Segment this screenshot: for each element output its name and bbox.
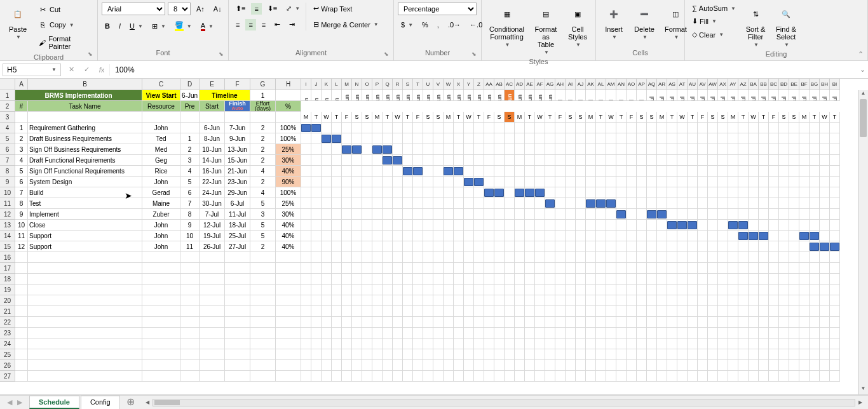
cell[interactable] [677,274,688,285]
cell[interactable] [647,166,657,177]
cell[interactable] [677,155,688,166]
cell[interactable]: S [637,112,647,123]
cell[interactable]: 20-Jun [444,90,454,101]
cell[interactable]: Med [142,144,180,155]
cell[interactable] [322,231,332,241]
cell[interactable] [789,123,799,133]
cell[interactable] [657,295,667,306]
cell[interactable] [779,349,789,360]
cell[interactable] [484,209,494,220]
cell[interactable] [250,295,276,306]
cell[interactable] [535,328,545,339]
cell[interactable] [28,285,142,295]
cell[interactable] [311,360,322,371]
cell[interactable] [759,166,769,177]
cell[interactable] [718,285,728,295]
cell[interactable] [698,187,708,198]
cell[interactable] [505,220,515,231]
cell[interactable] [383,187,393,198]
column-header[interactable]: AY [728,79,738,90]
cell[interactable] [505,187,515,198]
cell[interactable]: 21-Jul [759,90,769,101]
cell[interactable] [403,349,413,360]
cell[interactable] [545,144,555,155]
cell[interactable] [505,133,515,144]
cell[interactable] [545,241,555,252]
column-header[interactable]: BE [789,79,799,90]
cell[interactable] [525,187,535,198]
cell[interactable] [596,349,606,360]
cell[interactable] [200,328,225,339]
cell[interactable] [616,144,627,155]
cell[interactable] [433,328,444,339]
cell[interactable] [311,220,322,231]
cell[interactable] [606,274,616,285]
cell[interactable]: 30-Jun [545,90,555,101]
cell[interactable] [637,198,647,209]
cell[interactable] [413,241,423,252]
cell[interactable] [433,144,444,155]
cell[interactable] [15,295,28,306]
cell[interactable] [433,198,444,209]
cell[interactable] [677,209,688,220]
cell[interactable] [555,155,566,166]
cell[interactable] [535,295,545,306]
column-header[interactable]: A [15,79,28,90]
cell[interactable] [606,306,616,317]
cell[interactable] [413,252,423,263]
cell[interactable] [616,198,627,209]
column-header[interactable]: AA [484,79,494,90]
cell[interactable] [454,241,464,252]
cell[interactable] [301,252,311,263]
cell[interactable] [627,263,637,274]
cell[interactable] [393,241,403,252]
cell[interactable] [789,198,799,209]
cell[interactable] [372,263,383,274]
cell[interactable] [769,220,779,231]
cell[interactable] [820,155,830,166]
cell[interactable] [15,360,28,371]
cell[interactable]: 5-Jul [596,90,606,101]
cell[interactable] [759,371,769,382]
cell[interactable] [383,198,393,209]
cell[interactable] [225,274,250,285]
cell[interactable] [403,133,413,144]
cell[interactable] [28,306,142,317]
cell[interactable] [464,371,474,382]
cell[interactable] [433,166,444,177]
cell[interactable] [830,187,840,198]
cell[interactable] [627,209,637,220]
cell[interactable] [332,295,342,306]
cell[interactable] [718,144,728,155]
cell[interactable] [627,241,637,252]
cell[interactable] [342,285,352,295]
cell[interactable] [423,220,433,231]
cell[interactable] [759,285,769,295]
cell[interactable] [677,220,688,231]
cell[interactable] [799,371,810,382]
column-header[interactable]: AF [535,79,545,90]
cell[interactable] [362,263,372,274]
cell[interactable] [596,144,606,155]
cell[interactable] [769,328,779,339]
cell[interactable] [352,274,362,285]
cell[interactable] [372,209,383,220]
cell[interactable] [779,360,789,371]
cell[interactable] [708,187,718,198]
cell[interactable] [433,317,444,328]
column-header[interactable]: AW [708,79,718,90]
cell[interactable] [749,220,759,231]
cell[interactable] [301,198,311,209]
cell[interactable]: 19-Jul [200,231,225,241]
column-header[interactable]: AH [555,79,566,90]
row-header[interactable]: 13 [0,220,15,231]
cell[interactable] [586,263,596,274]
cell[interactable] [667,177,677,187]
cell[interactable]: Requirement Gathering [28,123,142,133]
cell[interactable] [322,252,332,263]
cell[interactable] [596,123,606,133]
cell[interactable]: 30-Jun [200,198,225,209]
column-header[interactable]: AU [688,79,698,90]
cell[interactable] [606,231,616,241]
column-header[interactable]: BF [799,79,810,90]
